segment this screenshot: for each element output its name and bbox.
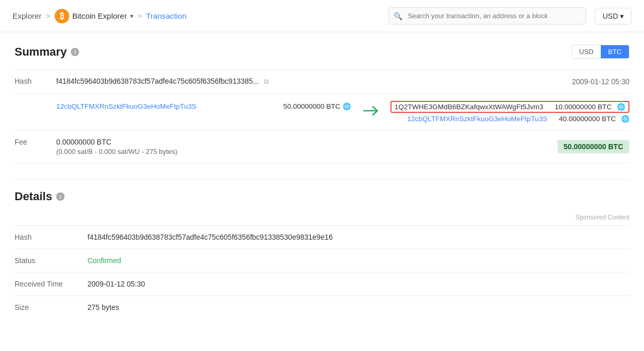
- hash-content: f4184fc596403b9d638783cf57adfe4c75c605f6…: [56, 70, 484, 94]
- btc-toggle-btn[interactable]: BTC: [601, 45, 629, 58]
- details-hash-label: Hash: [15, 226, 87, 249]
- total-amount-cell: 50.00000000 BTC: [484, 131, 629, 163]
- summary-info-icon[interactable]: i: [71, 48, 79, 56]
- summary-title: Summary: [15, 45, 67, 59]
- output2-amount: 40.00000000 BTC: [559, 115, 616, 123]
- sep1: >: [46, 11, 50, 20]
- header: Explorer > ₿ Bitcoin Explorer ▾ > Transa…: [0, 0, 644, 32]
- details-size-row: Size 275 bytes: [15, 296, 629, 319]
- details-hash-row: Hash f4184fc596403b9d638783cf57adfe4c75c…: [15, 226, 629, 249]
- tx-input-item: 12cbQLTFMXRnSzktFkuoG3eHoMeFtpTu3S 50.00…: [56, 101, 351, 112]
- details-title-group: Details i: [15, 190, 65, 203]
- input-amount: 50.00000000 BTC: [283, 102, 340, 110]
- fee-row: Fee 0.00000000 BTC (0.000 sat/B - 0.000 …: [15, 131, 629, 163]
- tx-outputs: 1Q2TWHE3GMdB6BZKafqwxXtWAWgFt5Jvm3 10.00…: [390, 101, 629, 123]
- summary-table: Hash f4184fc596403b9d638783cf57adfe4c75c…: [15, 69, 629, 163]
- details-received-label: Received Time: [15, 272, 87, 296]
- sponsored-content: Sponsored Content: [15, 214, 629, 221]
- input-globe-icon[interactable]: 🌐: [343, 102, 351, 110]
- details-status-value: Confirmed: [87, 249, 629, 272]
- fee-content: 0.00000000 BTC (0.000 sat/B - 0.000 sat/…: [56, 131, 484, 163]
- tx-content: 12cbQLTFMXRnSzktFkuoG3eHoMeFtpTu3S 50.00…: [56, 94, 629, 131]
- fee-label: Fee: [15, 131, 56, 163]
- explorer-label: Explorer: [12, 11, 42, 20]
- hash-label: Hash: [15, 70, 56, 94]
- bitcoin-dropdown-arrow[interactable]: ▾: [130, 12, 133, 20]
- search-box: 🔍: [388, 7, 586, 24]
- details-received-row: Received Time 2009-01-12 05:30: [15, 272, 629, 296]
- output2-globe-icon[interactable]: 🌐: [621, 115, 629, 123]
- copy-hash-icon[interactable]: ⧉: [264, 77, 269, 85]
- transaction-row: 12cbQLTFMXRnSzktFkuoG3eHoMeFtpTu3S 50.00…: [15, 94, 629, 131]
- details-size-value: 275 bytes: [87, 296, 629, 319]
- details-status-label: Status: [15, 249, 87, 272]
- section-divider: [15, 179, 629, 179]
- sep2: >: [137, 11, 142, 20]
- output1-amount: 10.00000000 BTC: [554, 103, 612, 111]
- output1-address-link[interactable]: 1Q2TWHE3GMdB6BZKafqwxXtWAWgFt5Jvm3: [395, 103, 544, 111]
- output2-address-link[interactable]: 12cbQLTFMXRnSzktFkuoG3eHoMeFtpTu3S: [407, 115, 547, 123]
- fee-detail: (0.000 sat/B - 0.000 sat/WU - 275 bytes): [56, 148, 484, 155]
- hash-short: f4184fc596403b9d638783cf57adfe4c75c605f6…: [56, 77, 259, 85]
- currency-label: USD: [602, 12, 618, 20]
- details-hash-value: f4184fc596403b9d638783cf57adfe4c75c605f6…: [87, 226, 629, 249]
- input-address-link[interactable]: 12cbQLTFMXRnSzktFkuoG3eHoMeFtpTu3S: [56, 102, 196, 110]
- output1-globe-icon[interactable]: 🌐: [617, 103, 625, 111]
- main-content: Summary i USD BTC Hash f4184fc596403b9d6…: [0, 32, 644, 331]
- fee-amount: 0.00000000 BTC: [56, 138, 484, 146]
- tx-arrow: [359, 106, 382, 118]
- details-size-label: Size: [15, 296, 87, 319]
- hash-timestamp: 2009-01-12 05:30: [484, 70, 629, 94]
- tx-inputs: 12cbQLTFMXRnSzktFkuoG3eHoMeFtpTu3S 50.00…: [56, 101, 351, 112]
- summary-section-header: Summary i USD BTC: [15, 45, 629, 59]
- breadcrumb: Explorer > ₿ Bitcoin Explorer ▾ > Transa…: [12, 9, 388, 23]
- details-info-icon[interactable]: i: [56, 192, 65, 201]
- details-status-row: Status Confirmed: [15, 249, 629, 272]
- summary-title-group: Summary i: [15, 45, 79, 59]
- output-item-1-highlighted: 1Q2TWHE3GMdB6BZKafqwxXtWAWgFt5Jvm3 10.00…: [390, 101, 629, 113]
- hash-row: Hash f4184fc596403b9d638783cf57adfe4c75c…: [15, 70, 629, 94]
- currency-selector[interactable]: USD ▾: [595, 8, 632, 24]
- output-item-2: 12cbQLTFMXRnSzktFkuoG3eHoMeFtpTu3S 40.00…: [407, 115, 629, 123]
- search-icon: 🔍: [394, 12, 402, 20]
- details-received-value: 2009-01-12 05:30: [87, 272, 629, 296]
- currency-arrow: ▾: [620, 12, 624, 20]
- transaction-breadcrumb[interactable]: Transaction: [146, 11, 186, 20]
- currency-toggle: USD BTC: [572, 45, 629, 59]
- details-section-header: Details i: [15, 190, 629, 203]
- usd-toggle-btn[interactable]: USD: [572, 45, 601, 58]
- total-amount: 50.00000000 BTC: [558, 140, 629, 153]
- bitcoin-logo: ₿: [55, 9, 69, 23]
- tx-label: [15, 94, 56, 131]
- details-table: Hash f4184fc596403b9d638783cf57adfe4c75c…: [15, 225, 629, 319]
- bitcoin-explorer-label: Bitcoin Explorer: [72, 11, 127, 20]
- search-input[interactable]: [388, 7, 586, 24]
- details-title: Details: [15, 190, 52, 203]
- bitcoin-explorer-nav[interactable]: ₿ Bitcoin Explorer ▾: [55, 9, 133, 23]
- tx-flow: 12cbQLTFMXRnSzktFkuoG3eHoMeFtpTu3S 50.00…: [56, 101, 629, 123]
